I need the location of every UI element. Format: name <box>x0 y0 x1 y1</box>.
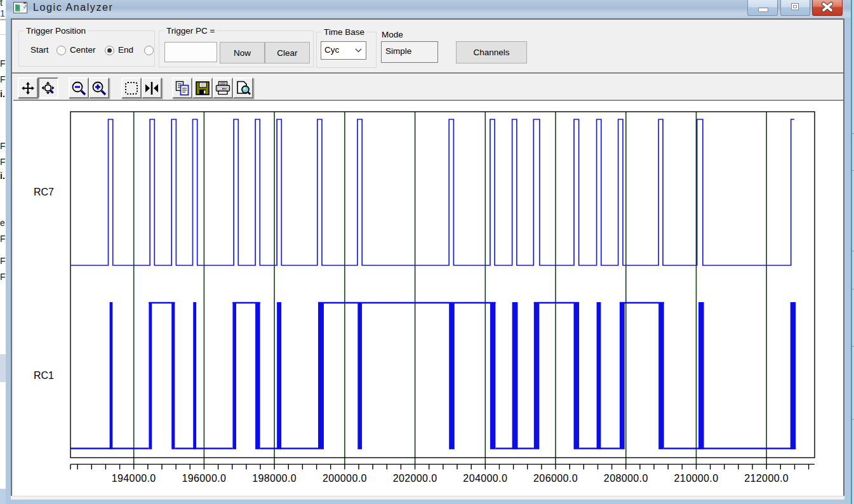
svg-text:206000.0: 206000.0 <box>533 473 578 484</box>
svg-text:RC7: RC7 <box>34 187 54 197</box>
svg-text:198000.0: 198000.0 <box>252 473 297 484</box>
svg-text:202000.0: 202000.0 <box>393 473 437 484</box>
svg-text:212000.0: 212000.0 <box>744 473 789 484</box>
svg-text:RC1: RC1 <box>34 370 54 381</box>
svg-text:210000.0: 210000.0 <box>674 473 719 484</box>
svg-text:196000.0: 196000.0 <box>182 473 226 484</box>
svg-text:208000.0: 208000.0 <box>604 473 648 484</box>
svg-text:204000.0: 204000.0 <box>463 473 507 484</box>
svg-text:194000.0: 194000.0 <box>112 473 156 484</box>
svg-text:200000.0: 200000.0 <box>323 473 367 484</box>
